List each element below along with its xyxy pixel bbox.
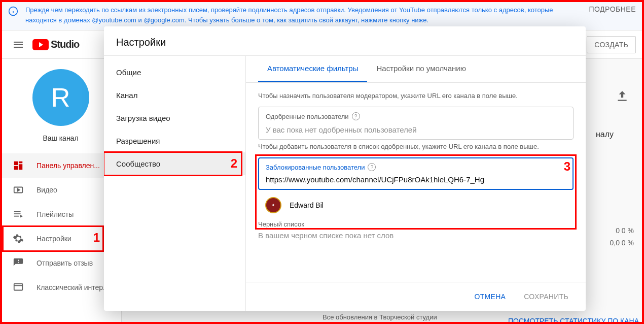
sidebar-item-dashboard[interactable]: Панель управлен... — [0, 153, 121, 178]
modal-nav-community[interactable]: Сообщество — [104, 152, 245, 175]
playlist-icon — [12, 208, 24, 220]
sidebar-item-label: Видео — [37, 186, 57, 194]
approved-users-field[interactable]: Одобренные пользователи ? У вас пока нет… — [258, 107, 574, 140]
sidebar-item-feedback[interactable]: Отправить отзыв — [0, 251, 121, 275]
upload-icon[interactable] — [616, 89, 629, 105]
sidebar-item-settings[interactable]: Настройки — [0, 226, 121, 251]
save-button[interactable]: СОХРАНИТЬ — [517, 288, 576, 305]
info-banner: Прежде чем переходить по ссылкам из элек… — [0, 0, 644, 30]
channel-avatar[interactable]: R — [32, 69, 89, 126]
svg-rect-16 — [14, 284, 23, 290]
bg-heading-fragment: налу — [596, 130, 614, 139]
create-button[interactable]: СОЗДАТЬ — [587, 36, 636, 53]
modal-title: Настройки — [104, 26, 586, 55]
approved-placeholder: У вас пока нет одобренных пользователей — [266, 125, 566, 134]
sidebar-item-playlists[interactable]: Плейлисты — [0, 202, 121, 226]
hint-approved: Чтобы добавить пользователя в список одо… — [258, 143, 574, 150]
svg-rect-7 — [19, 161, 22, 164]
hint-moderator: Чтобы назначить пользователя модератором… — [258, 92, 574, 100]
svg-rect-9 — [14, 166, 18, 170]
sidebar-item-classic[interactable]: Классический интер... — [0, 275, 121, 300]
modal-nav-general[interactable]: Общие — [104, 61, 245, 84]
user-suggestion[interactable]: ✦ Edward Bil — [258, 192, 574, 218]
youtube-studio-logo[interactable]: Studio — [32, 39, 79, 50]
tab-defaults[interactable]: Настройки по умолчанию — [367, 56, 475, 82]
blocked-input[interactable] — [266, 175, 566, 184]
tab-auto-filters[interactable]: Автоматические фильтры — [258, 56, 367, 82]
banner-text: Прежде чем переходить по ссылкам из элек… — [25, 5, 579, 25]
callout-2: 2 — [231, 156, 237, 171]
svg-rect-14 — [14, 216, 19, 217]
blocked-users-field[interactable]: Заблокированные пользователи ? — [258, 157, 574, 190]
cancel-button[interactable]: ОТМЕНА — [468, 288, 513, 305]
sidebar-item-label: Плейлисты — [37, 210, 74, 218]
svg-rect-3 — [14, 42, 23, 43]
modal-nav-permissions[interactable]: Разрешения — [104, 129, 245, 152]
dashboard-icon — [12, 159, 24, 172]
sidebar-item-video[interactable]: Видео — [0, 178, 121, 202]
help-icon[interactable]: ? — [352, 112, 360, 120]
svg-rect-12 — [14, 211, 21, 212]
youtube-icon — [32, 39, 49, 50]
bg-bottom-text: Все обновления в Творческой студии — [323, 313, 437, 321]
approved-label: Одобренные пользователи ? — [266, 112, 566, 120]
menu-button[interactable] — [8, 35, 28, 55]
banner-details-button[interactable]: ПОДРОБНЕЕ — [589, 5, 636, 13]
bg-stats-link[interactable]: ПОСМОТРЕТЬ СТАТИСТИКУ ПО КАНА — [508, 317, 639, 324]
suggestion-avatar: ✦ — [265, 197, 281, 213]
modal-footer: ОТМЕНА СОХРАНИТЬ — [246, 282, 586, 311]
svg-rect-13 — [14, 213, 21, 214]
svg-rect-6 — [14, 161, 18, 165]
info-icon — [8, 6, 18, 16]
channel-avatar-block: R Ваш канал — [0, 59, 121, 149]
help-icon[interactable]: ? — [368, 163, 376, 171]
svg-marker-15 — [20, 215, 23, 218]
modal-sidebar: Общие Канал Загрузка видео Разрешения 2 … — [104, 56, 246, 311]
svg-rect-5 — [14, 47, 23, 48]
settings-modal: Настройки Общие Канал Загрузка видео Раз… — [104, 26, 586, 311]
sidebar-item-label: Отправить отзыв — [37, 259, 93, 267]
modal-nav-channel[interactable]: Канал — [104, 84, 245, 107]
blocked-label: Заблокированные пользователи ? — [266, 163, 566, 171]
modal-nav-upload[interactable]: Загрузка видео — [104, 107, 245, 129]
video-icon — [12, 184, 24, 196]
callout-1: 1 — [93, 231, 100, 245]
sidebar-item-label: Классический интер... — [37, 283, 109, 291]
bg-stats: 0 0 % 0,0 0 % — [610, 226, 634, 247]
svg-rect-4 — [14, 44, 23, 45]
blacklist-label: Черный список — [258, 220, 574, 228]
hamburger-icon — [12, 39, 24, 51]
channel-label: Ваш канал — [0, 134, 121, 142]
gear-icon — [12, 233, 24, 245]
sidebar: R Ваш канал Панель управлен... Видео Пле… — [0, 59, 122, 324]
svg-rect-8 — [19, 164, 22, 170]
classic-icon — [12, 281, 24, 294]
sidebar-item-label: Настройки — [37, 235, 71, 243]
blacklist-placeholder: В вашем черном списке пока нет слов — [258, 231, 574, 240]
sidebar-item-label: Панель управлен... — [37, 161, 100, 170]
suggestion-name: Edward Bil — [290, 201, 324, 209]
feedback-icon — [12, 257, 24, 269]
svg-marker-11 — [17, 188, 20, 191]
logo-text: Studio — [51, 39, 79, 50]
modal-tabs: Автоматические фильтры Настройки по умол… — [246, 56, 586, 83]
